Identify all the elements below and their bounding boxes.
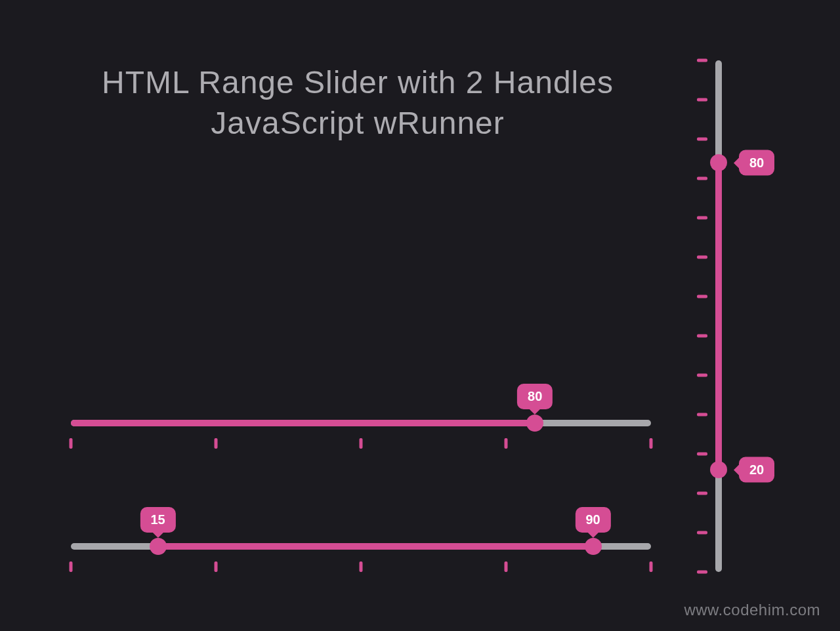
tick xyxy=(505,438,508,449)
slider-ticks xyxy=(71,561,651,575)
tick xyxy=(697,413,707,416)
tick xyxy=(650,561,653,572)
title-line-1: HTML Range Slider with 2 Handles xyxy=(102,65,614,100)
slider-ticks xyxy=(71,438,651,451)
footer-credit: www.codehim.com xyxy=(684,601,820,619)
tick xyxy=(697,295,707,298)
slider-low-tooltip: 20 xyxy=(739,457,774,483)
page-title: HTML Range Slider with 2 Handles JavaScr… xyxy=(39,62,676,144)
tick xyxy=(697,138,707,141)
tick xyxy=(697,98,707,102)
double-range-slider[interactable]: 15 90 xyxy=(71,543,651,575)
tick xyxy=(697,59,707,62)
slider-high-handle[interactable] xyxy=(585,538,602,555)
tick xyxy=(360,561,363,572)
tick xyxy=(70,438,73,449)
tick xyxy=(70,561,73,572)
single-range-slider[interactable]: 80 xyxy=(71,420,651,451)
tick xyxy=(697,374,707,377)
slider-low-tooltip: 15 xyxy=(140,507,175,533)
tick xyxy=(505,561,508,572)
slider-track[interactable]: 80 xyxy=(71,420,651,426)
tick xyxy=(697,571,707,574)
tick xyxy=(697,453,707,456)
tick xyxy=(697,335,707,338)
slider-high-handle[interactable] xyxy=(710,154,727,171)
slider-fill xyxy=(715,163,722,470)
tick xyxy=(697,177,707,180)
slider-low-handle[interactable] xyxy=(710,461,727,478)
slider-track[interactable]: 15 90 xyxy=(71,543,651,550)
slider-fill xyxy=(158,543,593,550)
slider-value-tooltip: 80 xyxy=(517,384,553,409)
tick xyxy=(215,438,218,449)
tick xyxy=(215,561,218,572)
tick xyxy=(650,438,653,449)
tick xyxy=(697,216,707,220)
slider-handle[interactable] xyxy=(526,415,543,432)
slider-fill xyxy=(71,420,535,426)
title-line-2: JavaScript wRunner xyxy=(211,106,505,140)
tick xyxy=(697,256,707,259)
tick xyxy=(697,492,707,495)
tick xyxy=(360,438,363,449)
slider-low-handle[interactable] xyxy=(150,538,167,555)
slider-high-tooltip: 90 xyxy=(575,507,610,533)
slider-high-tooltip: 80 xyxy=(739,150,774,176)
tick xyxy=(697,531,707,535)
vertical-range-slider[interactable]: 80 20 xyxy=(715,60,722,572)
